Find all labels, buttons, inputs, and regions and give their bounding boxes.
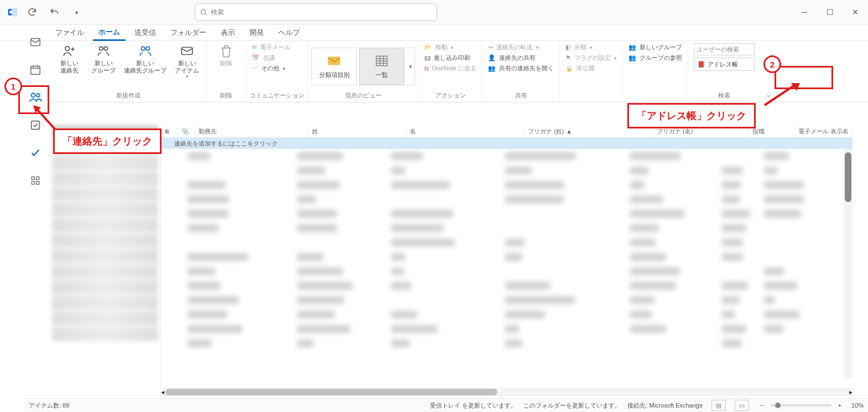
- col-title[interactable]: 役職: [749, 125, 795, 137]
- contact-row[interactable]: [161, 221, 853, 235]
- search-user-field[interactable]: ユーザーの検索: [694, 43, 755, 55]
- contact-row[interactable]: [161, 178, 853, 192]
- new-o365-group-label: 新しいグループ: [640, 43, 682, 51]
- ribbon: 新しい 連絡先 新しい グループ 新しい 連絡先グループ 新しい アイテム ▾ …: [50, 41, 868, 102]
- flag-button[interactable]: ⚑ フラグの設定 ▾: [565, 54, 617, 62]
- col-attachment[interactable]: 📎: [178, 125, 195, 137]
- tab-file[interactable]: ファイル: [50, 25, 90, 40]
- share-contacts-label: 連絡先の共有: [499, 54, 536, 62]
- onenote-button[interactable]: N OneNote に送る: [424, 64, 476, 73]
- col-lastname[interactable]: 姓: [309, 125, 407, 137]
- new-o365-group-button[interactable]: 👥 新しいグループ: [628, 43, 682, 51]
- group-share: ↪ 連絡先の転送 ▾ 👤 連絡先の共有 👥 共有の連絡先を開く 共有: [482, 41, 560, 102]
- todo-nav-icon[interactable]: [27, 144, 44, 162]
- reading-view-button[interactable]: ▭: [735, 400, 749, 411]
- col-icon[interactable]: 🗎: [161, 125, 178, 137]
- meeting-icon: 📅: [252, 54, 259, 61]
- contact-row[interactable]: [161, 149, 853, 163]
- maximize-button[interactable]: ☐: [817, 4, 843, 20]
- address-book-button[interactable]: 📕 アドレス帳: [694, 58, 755, 71]
- tab-home[interactable]: ホーム: [93, 25, 126, 41]
- share-contacts-button[interactable]: 👤 連絡先の共有: [488, 54, 554, 62]
- contact-row[interactable]: [161, 192, 853, 207]
- ribbon-tabs: ファイル ホーム 送受信 フォルダー 表示 開発 ヘルプ: [0, 25, 868, 41]
- email-button[interactable]: ✉ 電子メール: [252, 43, 290, 51]
- contact-row[interactable]: [161, 322, 853, 336]
- meeting-button[interactable]: 📅 会議: [252, 54, 290, 62]
- nav-folder-item[interactable]: [52, 187, 158, 202]
- qat-customize-icon[interactable]: ▾: [67, 4, 85, 20]
- group-current-view-label: 現在のビュー: [311, 90, 415, 102]
- flag-icon: ⚑: [565, 54, 571, 61]
- tab-help[interactable]: ヘルプ: [273, 25, 305, 40]
- close-button[interactable]: ✕: [843, 4, 868, 20]
- new-contact-button[interactable]: 新しい 連絡先: [53, 42, 85, 75]
- nav-folder-item[interactable]: [52, 296, 158, 310]
- contact-row[interactable]: [161, 250, 853, 264]
- tab-view[interactable]: 表示: [215, 25, 241, 40]
- other-button[interactable]: ⋯ その他 ▾: [252, 64, 290, 73]
- group-actions-label: アクション: [422, 90, 479, 102]
- undo-icon[interactable]: [45, 4, 63, 20]
- view-gallery-dropdown[interactable]: ▾: [407, 48, 415, 85]
- nav-folder-item[interactable]: [52, 249, 158, 264]
- contact-row[interactable]: [161, 279, 853, 293]
- nav-folder-item[interactable]: [52, 327, 158, 341]
- search-box[interactable]: 検索: [195, 3, 437, 21]
- tab-sendreceive[interactable]: 送受信: [129, 25, 162, 40]
- group-tags: ◧ 分類 ▾ ⚑ フラグの設定 ▾ 🔒 非公開: [560, 41, 623, 102]
- contact-row[interactable]: [161, 235, 853, 250]
- horizontal-scrollbar[interactable]: ◂ ▸: [161, 388, 853, 396]
- tab-developer[interactable]: 開発: [244, 25, 269, 40]
- col-firstname[interactable]: 名: [407, 125, 524, 137]
- calendar-nav-icon[interactable]: [27, 61, 44, 79]
- tab-folder[interactable]: フォルダー: [165, 25, 212, 40]
- normal-view-button[interactable]: ▤: [711, 400, 726, 411]
- contact-row[interactable]: [161, 307, 853, 322]
- private-label: 非公開: [576, 64, 595, 73]
- nav-folder-item[interactable]: [52, 280, 158, 295]
- col-company[interactable]: 勤務先: [195, 125, 309, 137]
- mail-icon: ✉: [252, 44, 257, 51]
- nav-folder-item[interactable]: [52, 311, 158, 326]
- group-groups: 👥 新しいグループ 👥 グループの参照: [623, 41, 688, 102]
- forward-contact-button[interactable]: ↪ 連絡先の転送 ▾: [488, 43, 554, 51]
- move-button[interactable]: 📂 移動 ▾: [424, 43, 476, 51]
- contact-row[interactable]: [161, 336, 853, 351]
- minimize-button[interactable]: ─: [792, 4, 817, 20]
- new-items-button[interactable]: 新しい アイテム ▾: [171, 42, 203, 81]
- zoom-slider[interactable]: [771, 404, 831, 406]
- view-by-category-button[interactable]: 分類項目別: [311, 48, 357, 85]
- nav-folder-item[interactable]: [52, 156, 158, 171]
- contact-row[interactable]: [161, 207, 853, 221]
- nav-folder-item[interactable]: [52, 234, 158, 248]
- contact-list-pane: 🗎 📎 勤務先 姓 名 フリガナ (姓) ▲ フリガナ (名) 役職 電子メール…: [161, 125, 853, 396]
- click-to-add-row[interactable]: 連絡先を追加するにはここをクリック: [161, 138, 853, 149]
- group-tags-label: [563, 92, 619, 102]
- vertical-scrollbar[interactable]: [844, 149, 853, 379]
- new-group-button[interactable]: 新しい グループ: [87, 42, 119, 75]
- delete-button[interactable]: 削除: [210, 42, 242, 68]
- nav-folder-item[interactable]: [52, 265, 158, 279]
- nav-folder-item[interactable]: [52, 172, 158, 186]
- col-email-display[interactable]: 電子メール 表示名: [795, 125, 853, 137]
- browse-groups-button[interactable]: 👥 グループの参照: [628, 54, 682, 62]
- nav-folder-item[interactable]: [52, 203, 158, 217]
- open-shared-button[interactable]: 👥 共有の連絡先を開く: [488, 64, 554, 73]
- contact-row[interactable]: [161, 163, 853, 178]
- mailmerge-button[interactable]: 🖂 差し込み印刷: [424, 54, 476, 62]
- view-list-button[interactable]: 一覧: [359, 48, 404, 85]
- folder-nav-pane[interactable]: ‹: [50, 125, 161, 396]
- categorize-button[interactable]: ◧ 分類 ▾: [565, 43, 617, 51]
- mail-nav-icon[interactable]: [27, 33, 44, 51]
- private-button[interactable]: 🔒 非公開: [565, 64, 617, 73]
- contact-row[interactable]: [161, 293, 853, 307]
- new-contact-group-button[interactable]: 新しい 連絡先グループ: [122, 42, 169, 75]
- chevron-down-icon: ▾: [590, 45, 592, 50]
- nav-folder-item[interactable]: [52, 218, 158, 233]
- contact-row[interactable]: [161, 264, 853, 279]
- more-apps-nav-icon[interactable]: [27, 172, 44, 189]
- move-label: 移動: [435, 43, 448, 51]
- people-nav-icon[interactable]: [27, 89, 44, 106]
- sync-icon[interactable]: [23, 4, 41, 20]
